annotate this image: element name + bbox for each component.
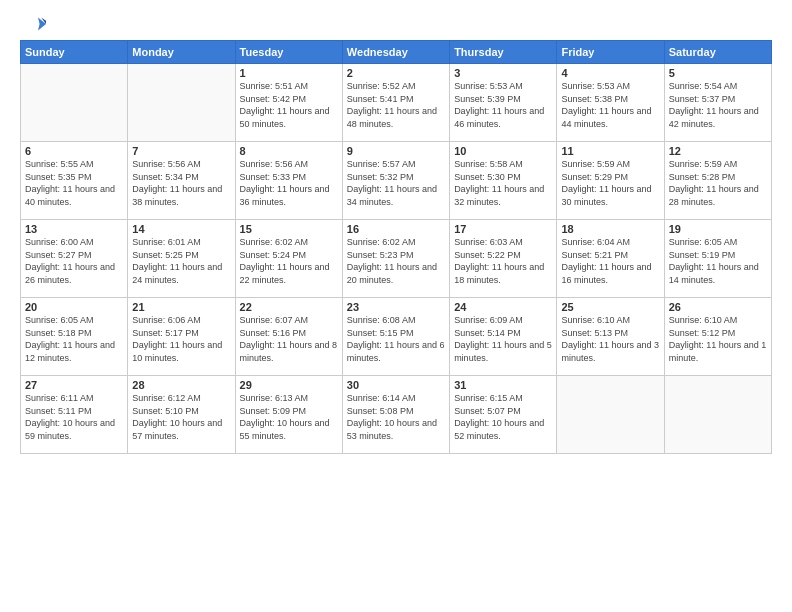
day-number: 12 — [669, 145, 767, 157]
calendar-cell — [557, 376, 664, 454]
calendar-cell: 3Sunrise: 5:53 AM Sunset: 5:39 PM Daylig… — [450, 64, 557, 142]
day-info: Sunrise: 6:13 AM Sunset: 5:09 PM Dayligh… — [240, 392, 338, 442]
day-number: 7 — [132, 145, 230, 157]
day-number: 22 — [240, 301, 338, 313]
calendar-week-row: 6Sunrise: 5:55 AM Sunset: 5:35 PM Daylig… — [21, 142, 772, 220]
calendar-cell: 20Sunrise: 6:05 AM Sunset: 5:18 PM Dayli… — [21, 298, 128, 376]
weekday-header: Friday — [557, 41, 664, 64]
day-number: 16 — [347, 223, 445, 235]
calendar-cell: 10Sunrise: 5:58 AM Sunset: 5:30 PM Dayli… — [450, 142, 557, 220]
calendar: SundayMondayTuesdayWednesdayThursdayFrid… — [20, 40, 772, 454]
calendar-cell: 11Sunrise: 5:59 AM Sunset: 5:29 PM Dayli… — [557, 142, 664, 220]
day-info: Sunrise: 6:09 AM Sunset: 5:14 PM Dayligh… — [454, 314, 552, 364]
day-number: 21 — [132, 301, 230, 313]
day-number: 8 — [240, 145, 338, 157]
day-info: Sunrise: 5:56 AM Sunset: 5:33 PM Dayligh… — [240, 158, 338, 208]
day-number: 4 — [561, 67, 659, 79]
calendar-cell: 13Sunrise: 6:00 AM Sunset: 5:27 PM Dayli… — [21, 220, 128, 298]
calendar-cell — [21, 64, 128, 142]
day-number: 6 — [25, 145, 123, 157]
weekday-header: Monday — [128, 41, 235, 64]
day-info: Sunrise: 5:52 AM Sunset: 5:41 PM Dayligh… — [347, 80, 445, 130]
calendar-cell — [128, 64, 235, 142]
calendar-cell: 21Sunrise: 6:06 AM Sunset: 5:17 PM Dayli… — [128, 298, 235, 376]
calendar-cell: 22Sunrise: 6:07 AM Sunset: 5:16 PM Dayli… — [235, 298, 342, 376]
calendar-cell: 25Sunrise: 6:10 AM Sunset: 5:13 PM Dayli… — [557, 298, 664, 376]
day-info: Sunrise: 5:53 AM Sunset: 5:38 PM Dayligh… — [561, 80, 659, 130]
day-number: 15 — [240, 223, 338, 235]
day-number: 19 — [669, 223, 767, 235]
calendar-cell: 7Sunrise: 5:56 AM Sunset: 5:34 PM Daylig… — [128, 142, 235, 220]
day-info: Sunrise: 6:06 AM Sunset: 5:17 PM Dayligh… — [132, 314, 230, 364]
day-info: Sunrise: 5:57 AM Sunset: 5:32 PM Dayligh… — [347, 158, 445, 208]
calendar-cell: 16Sunrise: 6:02 AM Sunset: 5:23 PM Dayli… — [342, 220, 449, 298]
weekday-header: Tuesday — [235, 41, 342, 64]
day-info: Sunrise: 6:05 AM Sunset: 5:19 PM Dayligh… — [669, 236, 767, 286]
day-info: Sunrise: 5:55 AM Sunset: 5:35 PM Dayligh… — [25, 158, 123, 208]
day-number: 23 — [347, 301, 445, 313]
day-info: Sunrise: 5:53 AM Sunset: 5:39 PM Dayligh… — [454, 80, 552, 130]
day-number: 28 — [132, 379, 230, 391]
calendar-cell: 6Sunrise: 5:55 AM Sunset: 5:35 PM Daylig… — [21, 142, 128, 220]
calendar-cell: 18Sunrise: 6:04 AM Sunset: 5:21 PM Dayli… — [557, 220, 664, 298]
calendar-cell: 26Sunrise: 6:10 AM Sunset: 5:12 PM Dayli… — [664, 298, 771, 376]
calendar-cell: 31Sunrise: 6:15 AM Sunset: 5:07 PM Dayli… — [450, 376, 557, 454]
day-number: 17 — [454, 223, 552, 235]
calendar-cell: 14Sunrise: 6:01 AM Sunset: 5:25 PM Dayli… — [128, 220, 235, 298]
calendar-cell: 17Sunrise: 6:03 AM Sunset: 5:22 PM Dayli… — [450, 220, 557, 298]
day-number: 20 — [25, 301, 123, 313]
calendar-cell: 27Sunrise: 6:11 AM Sunset: 5:11 PM Dayli… — [21, 376, 128, 454]
day-number: 13 — [25, 223, 123, 235]
calendar-cell: 5Sunrise: 5:54 AM Sunset: 5:37 PM Daylig… — [664, 64, 771, 142]
day-number: 26 — [669, 301, 767, 313]
day-info: Sunrise: 5:51 AM Sunset: 5:42 PM Dayligh… — [240, 80, 338, 130]
day-info: Sunrise: 5:59 AM Sunset: 5:28 PM Dayligh… — [669, 158, 767, 208]
calendar-week-row: 27Sunrise: 6:11 AM Sunset: 5:11 PM Dayli… — [21, 376, 772, 454]
day-number: 31 — [454, 379, 552, 391]
day-number: 24 — [454, 301, 552, 313]
calendar-cell: 12Sunrise: 5:59 AM Sunset: 5:28 PM Dayli… — [664, 142, 771, 220]
day-info: Sunrise: 6:03 AM Sunset: 5:22 PM Dayligh… — [454, 236, 552, 286]
day-info: Sunrise: 6:07 AM Sunset: 5:16 PM Dayligh… — [240, 314, 338, 364]
day-info: Sunrise: 6:08 AM Sunset: 5:15 PM Dayligh… — [347, 314, 445, 364]
day-number: 30 — [347, 379, 445, 391]
calendar-cell: 23Sunrise: 6:08 AM Sunset: 5:15 PM Dayli… — [342, 298, 449, 376]
day-info: Sunrise: 6:05 AM Sunset: 5:18 PM Dayligh… — [25, 314, 123, 364]
day-info: Sunrise: 6:14 AM Sunset: 5:08 PM Dayligh… — [347, 392, 445, 442]
logo — [20, 16, 46, 32]
calendar-cell: 28Sunrise: 6:12 AM Sunset: 5:10 PM Dayli… — [128, 376, 235, 454]
logo-icon — [22, 16, 46, 32]
calendar-cell: 19Sunrise: 6:05 AM Sunset: 5:19 PM Dayli… — [664, 220, 771, 298]
svg-marker-0 — [38, 18, 46, 31]
calendar-cell: 30Sunrise: 6:14 AM Sunset: 5:08 PM Dayli… — [342, 376, 449, 454]
weekday-header: Sunday — [21, 41, 128, 64]
day-number: 10 — [454, 145, 552, 157]
day-number: 3 — [454, 67, 552, 79]
day-info: Sunrise: 6:10 AM Sunset: 5:13 PM Dayligh… — [561, 314, 659, 364]
calendar-cell: 24Sunrise: 6:09 AM Sunset: 5:14 PM Dayli… — [450, 298, 557, 376]
day-info: Sunrise: 6:02 AM Sunset: 5:23 PM Dayligh… — [347, 236, 445, 286]
calendar-cell: 9Sunrise: 5:57 AM Sunset: 5:32 PM Daylig… — [342, 142, 449, 220]
weekday-header: Wednesday — [342, 41, 449, 64]
calendar-cell: 4Sunrise: 5:53 AM Sunset: 5:38 PM Daylig… — [557, 64, 664, 142]
day-number: 25 — [561, 301, 659, 313]
calendar-cell: 29Sunrise: 6:13 AM Sunset: 5:09 PM Dayli… — [235, 376, 342, 454]
day-info: Sunrise: 5:59 AM Sunset: 5:29 PM Dayligh… — [561, 158, 659, 208]
day-info: Sunrise: 6:12 AM Sunset: 5:10 PM Dayligh… — [132, 392, 230, 442]
day-info: Sunrise: 5:56 AM Sunset: 5:34 PM Dayligh… — [132, 158, 230, 208]
day-number: 11 — [561, 145, 659, 157]
day-info: Sunrise: 6:04 AM Sunset: 5:21 PM Dayligh… — [561, 236, 659, 286]
day-number: 14 — [132, 223, 230, 235]
day-info: Sunrise: 6:00 AM Sunset: 5:27 PM Dayligh… — [25, 236, 123, 286]
day-info: Sunrise: 6:11 AM Sunset: 5:11 PM Dayligh… — [25, 392, 123, 442]
day-info: Sunrise: 5:54 AM Sunset: 5:37 PM Dayligh… — [669, 80, 767, 130]
day-info: Sunrise: 6:15 AM Sunset: 5:07 PM Dayligh… — [454, 392, 552, 442]
day-number: 9 — [347, 145, 445, 157]
day-number: 2 — [347, 67, 445, 79]
day-info: Sunrise: 5:58 AM Sunset: 5:30 PM Dayligh… — [454, 158, 552, 208]
weekday-header: Thursday — [450, 41, 557, 64]
day-number: 1 — [240, 67, 338, 79]
day-number: 5 — [669, 67, 767, 79]
day-number: 27 — [25, 379, 123, 391]
calendar-cell: 8Sunrise: 5:56 AM Sunset: 5:33 PM Daylig… — [235, 142, 342, 220]
